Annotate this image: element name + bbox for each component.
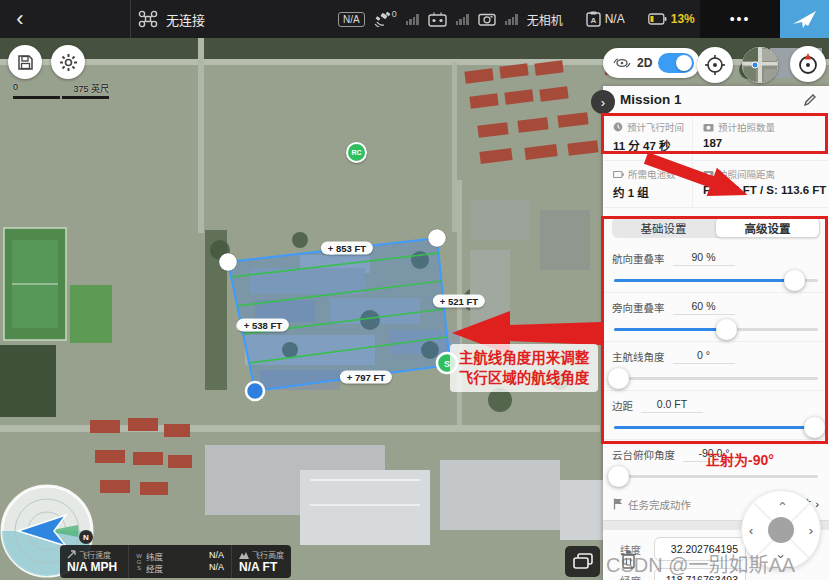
- compass-icon: [796, 52, 820, 76]
- slider-label: 边距: [612, 398, 633, 413]
- save-mission-button[interactable]: [8, 45, 42, 79]
- app-window: S + 853 FT + 521 FT + 538 FT + 797 FT RC…: [0, 0, 829, 580]
- mode-2d-switch[interactable]: [658, 53, 694, 73]
- slider-thumb[interactable]: [784, 270, 805, 291]
- speed-icon: [67, 550, 76, 559]
- rc-location-marker: RC: [346, 142, 367, 163]
- clock-icon: [613, 122, 623, 132]
- wgs-label: WGS: [136, 553, 142, 571]
- slider-value-field[interactable]: 0 °: [673, 348, 735, 364]
- stat-photo-interval: 拍照间隔距离 F: 21.3 FT / S: 113.6 FT: [693, 161, 829, 208]
- minimap-thumbnail: [742, 47, 778, 83]
- drone-icon: [138, 10, 158, 28]
- aircraft-connection-status: 无连接: [166, 10, 205, 29]
- nudge-center-button[interactable]: [768, 517, 794, 543]
- battery-percent: 13%: [671, 12, 695, 26]
- latitude-input[interactable]: 32.202764195: [654, 537, 746, 561]
- gear-icon: [59, 53, 78, 72]
- slider-value-field[interactable]: 0.0 FT: [641, 397, 703, 413]
- drone-view-icon: [613, 57, 631, 69]
- slider-track[interactable]: [614, 279, 818, 282]
- battery-icon: [648, 13, 667, 25]
- slider-margin: 边距 0.0 FT: [603, 391, 829, 429]
- interval-icon: [703, 170, 714, 179]
- slider-value-field[interactable]: 60 %: [673, 299, 735, 315]
- slider-route-angle: 主航线角度 0 °: [603, 342, 829, 380]
- scale-distance-label: 375 英尺: [73, 82, 109, 95]
- slider-thumb[interactable]: [608, 368, 629, 389]
- tab-advanced-settings[interactable]: 高级设置: [715, 217, 820, 238]
- save-icon: [17, 54, 34, 71]
- rc-mode-status[interactable]: A N/A: [586, 11, 625, 27]
- rc-mode-value: N/A: [605, 12, 625, 26]
- nudge-up-button[interactable]: ›: [774, 501, 789, 505]
- longitude-input[interactable]: 118.716763493: [654, 568, 746, 580]
- slider-track[interactable]: [614, 328, 818, 331]
- map-2d-toggle-pill: 2D: [603, 48, 700, 78]
- battery-status[interactable]: 13%: [648, 12, 695, 26]
- locate-button[interactable]: [697, 47, 733, 83]
- longitude-label: 经度: [620, 573, 646, 580]
- svg-text:N: N: [83, 533, 89, 542]
- edge-length-label-left: + 538 FT: [237, 319, 289, 332]
- slider-thumb[interactable]: [804, 417, 825, 438]
- rc-signal-bars: [456, 13, 469, 25]
- camera-icon[interactable]: [478, 12, 496, 26]
- tab-basic-settings[interactable]: 基础设置: [612, 217, 715, 238]
- panel-collapse-handle[interactable]: ›: [591, 90, 615, 114]
- telemetry-speed: 飞行速度 N/A MPH: [60, 545, 128, 578]
- nudge-down-button[interactable]: ›: [774, 554, 789, 558]
- minimap-button[interactable]: [742, 47, 778, 83]
- nudge-right-button[interactable]: ›: [809, 523, 813, 538]
- slider-thumb[interactable]: [608, 466, 629, 487]
- settings-button[interactable]: [51, 45, 85, 79]
- back-button[interactable]: ‹: [0, 6, 40, 32]
- vertex-handle[interactable]: [428, 229, 446, 247]
- gps-status[interactable]: 0: [374, 12, 397, 27]
- delete-point-button[interactable]: [620, 550, 637, 573]
- edit-mission-icon[interactable]: [803, 93, 817, 107]
- selected-vertex-handle[interactable]: [246, 382, 264, 400]
- slider-track[interactable]: [614, 475, 818, 478]
- slider-label: 云台俯仰角度: [612, 447, 675, 462]
- battery-small-icon: [613, 170, 624, 179]
- takeoff-button[interactable]: [780, 0, 829, 38]
- edge-length-label-bottom: + 797 FT: [340, 371, 392, 384]
- more-menu-button[interactable]: •••: [700, 0, 780, 38]
- slider-track[interactable]: [614, 426, 818, 429]
- top-status-bar: ‹ 无连接 N/A 0: [0, 0, 829, 38]
- map-scale-bar: 0 375 英尺: [13, 82, 109, 99]
- nudge-dpad: › › › ›: [741, 490, 821, 570]
- photo-icon: [703, 123, 714, 132]
- annotation-note: 主航线角度用来调整 飞行区域的航线角度: [450, 344, 598, 392]
- telemetry-altitude: 飞行高度 N/A FT: [231, 545, 291, 578]
- remote-controller-icon[interactable]: [428, 12, 447, 27]
- mode-2d-label: 2D: [637, 56, 652, 70]
- telemetry-bar: 飞行速度 N/A MPH WGS 纬度N/A 经度N/A 飞行高度 N/A FT: [60, 545, 291, 578]
- slider-label: 旁向重叠率: [612, 300, 665, 315]
- mission-title: Mission 1: [620, 92, 682, 107]
- slider-label: 主航线角度: [612, 349, 665, 364]
- divider: [130, 0, 131, 38]
- svg-text:A: A: [590, 16, 596, 25]
- satellite-icon: [374, 12, 391, 27]
- altitude-icon: [239, 551, 249, 559]
- camera-signal-bars: [505, 13, 518, 25]
- vertex-handle[interactable]: [219, 253, 237, 271]
- edge-length-label-top: + 853 FT: [321, 242, 373, 255]
- nudge-left-button[interactable]: ›: [749, 523, 753, 538]
- crosshair-icon: [704, 54, 726, 76]
- slider-side-overlap: 旁向重叠率 60 %: [603, 293, 829, 331]
- flight-mode-badge[interactable]: N/A: [338, 12, 365, 27]
- compass-reset-button[interactable]: [790, 46, 826, 82]
- telemetry-coords: WGS 纬度N/A 经度N/A: [128, 545, 231, 578]
- airplane-icon: [792, 9, 818, 29]
- gps-signal-bars: [406, 13, 419, 25]
- map-layers-button[interactable]: [565, 546, 600, 577]
- satellite-count: 0: [392, 9, 397, 19]
- slider-value-field[interactable]: 90 %: [673, 250, 735, 266]
- stat-photo-count: 预计拍照数量 187: [693, 114, 829, 161]
- slider-thumb[interactable]: [716, 319, 737, 340]
- stat-battery-count: 所需电池数 约 1 组: [603, 161, 693, 208]
- slider-track[interactable]: [614, 377, 818, 380]
